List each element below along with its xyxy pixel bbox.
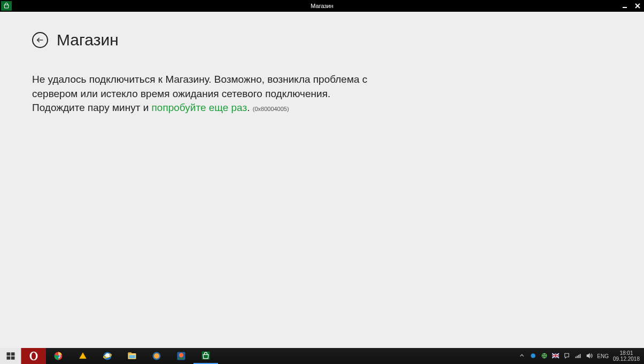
store-window: Магазин Магазин Не удалось подключиться … <box>0 0 644 348</box>
svg-rect-32 <box>580 354 581 358</box>
taskbar-opera[interactable] <box>21 348 46 364</box>
taskbar: ENG 18:01 09.12.2018 <box>0 348 644 364</box>
minimize-button[interactable] <box>618 0 631 12</box>
svg-point-9 <box>32 352 36 359</box>
svg-rect-6 <box>6 357 10 360</box>
svg-rect-18 <box>128 352 132 354</box>
taskbar-app-red[interactable] <box>169 348 193 364</box>
retry-link[interactable]: попробуйте еще раз <box>152 102 247 113</box>
tray-time: 18:01 <box>613 350 640 356</box>
tray-action-center-icon[interactable] <box>563 352 570 360</box>
svg-rect-4 <box>6 352 10 355</box>
system-tray: ENG 18:01 09.12.2018 <box>514 350 644 362</box>
titlebar: Магазин <box>0 0 644 12</box>
taskbar-store[interactable] <box>193 348 218 364</box>
tray-volume-icon[interactable] <box>586 352 593 360</box>
svg-point-23 <box>179 353 183 357</box>
svg-point-26 <box>531 353 536 358</box>
taskbar-chrome[interactable] <box>46 348 71 364</box>
taskbar-ie[interactable] <box>95 348 120 364</box>
svg-point-21 <box>154 353 159 359</box>
tray-network-icon[interactable] <box>575 352 581 360</box>
tray-globe-icon[interactable] <box>541 352 548 360</box>
svg-marker-33 <box>587 353 589 358</box>
svg-rect-29 <box>576 357 577 358</box>
svg-rect-24 <box>179 358 184 359</box>
taskbar-aimp[interactable] <box>71 348 95 364</box>
svg-rect-30 <box>577 355 578 358</box>
error-code: (0x80004005) <box>253 106 289 112</box>
svg-rect-19 <box>129 355 135 358</box>
tray-chevron-icon[interactable] <box>518 352 525 360</box>
svg-rect-31 <box>578 354 579 358</box>
tray-app-icon[interactable] <box>530 352 537 360</box>
start-button[interactable] <box>0 348 21 364</box>
error-period: . <box>247 102 253 113</box>
svg-rect-5 <box>11 352 14 355</box>
back-button[interactable] <box>32 32 48 48</box>
window-title: Магазин <box>0 3 644 9</box>
titlebar-controls <box>618 0 644 12</box>
taskbar-app-orange[interactable] <box>144 348 169 364</box>
svg-rect-7 <box>11 357 14 360</box>
tray-flag-icon[interactable] <box>552 352 559 360</box>
page-title: Магазин <box>57 31 119 49</box>
taskbar-explorer[interactable] <box>120 348 144 364</box>
tray-clock[interactable]: 18:01 09.12.2018 <box>613 350 640 362</box>
tray-date: 09.12.2018 <box>613 356 640 362</box>
tray-language[interactable]: ENG <box>597 353 609 359</box>
close-button[interactable] <box>631 0 644 12</box>
connection-error-message: Не удалось подключиться к Магазину. Возм… <box>32 73 374 115</box>
page-header: Магазин <box>32 31 612 49</box>
page-content: Магазин Не удалось подключиться к Магази… <box>0 12 644 134</box>
store-icon <box>1 1 12 11</box>
